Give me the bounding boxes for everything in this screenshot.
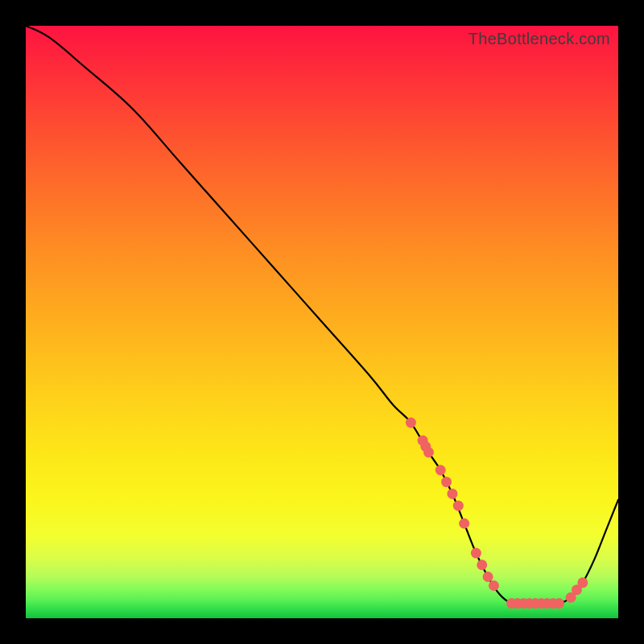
chart-stage: TheBottleneck.com	[0, 0, 644, 644]
plot-area: TheBottleneck.com	[26, 26, 618, 618]
marker-dot	[436, 465, 446, 476]
bottleneck-curve	[26, 26, 618, 604]
chart-svg	[26, 26, 618, 618]
marker-dot	[441, 477, 452, 487]
marker-dot	[489, 580, 499, 591]
marker-dot	[459, 518, 469, 529]
marker-dot	[471, 548, 481, 559]
highlight-markers	[406, 418, 588, 609]
marker-dot	[406, 418, 416, 428]
marker-dot	[447, 489, 457, 499]
marker-dot	[577, 577, 588, 588]
marker-dot	[453, 501, 464, 511]
marker-dot	[554, 598, 564, 609]
marker-dot	[477, 559, 487, 570]
marker-dot	[483, 572, 493, 582]
marker-dot	[423, 447, 434, 457]
